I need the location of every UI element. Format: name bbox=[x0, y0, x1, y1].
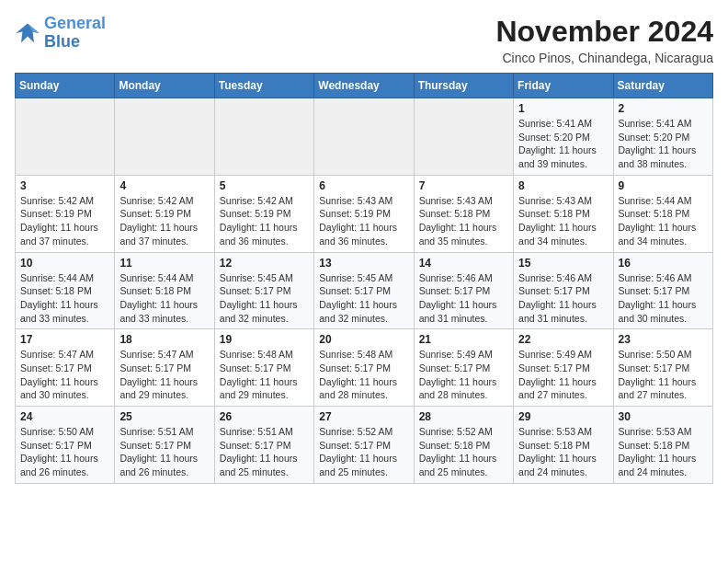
calendar-week-row: 24Sunrise: 5:50 AMSunset: 5:17 PMDayligh… bbox=[16, 407, 713, 484]
day-info: Sunrise: 5:45 AMSunset: 5:17 PMDaylight:… bbox=[220, 271, 309, 326]
calendar-empty-cell bbox=[115, 98, 214, 176]
day-number: 23 bbox=[619, 333, 708, 346]
day-number: 25 bbox=[119, 410, 209, 423]
day-number: 18 bbox=[119, 333, 209, 346]
day-number: 29 bbox=[518, 410, 608, 423]
day-number: 11 bbox=[119, 257, 209, 270]
calendar-week-row: 17Sunrise: 5:47 AMSunset: 5:17 PMDayligh… bbox=[16, 329, 713, 407]
day-info: Sunrise: 5:49 AMSunset: 5:17 PMDaylight:… bbox=[419, 348, 508, 402]
day-number: 10 bbox=[20, 257, 109, 270]
calendar-empty-cell bbox=[414, 98, 513, 176]
calendar-day-cell: 17Sunrise: 5:47 AMSunset: 5:17 PMDayligh… bbox=[16, 329, 115, 407]
calendar-week-row: 1Sunrise: 5:41 AMSunset: 5:20 PMDaylight… bbox=[16, 98, 713, 176]
location-text: Cinco Pinos, Chinandega, Nicaragua bbox=[495, 51, 713, 65]
calendar-day-cell: 11Sunrise: 5:44 AMSunset: 5:18 PMDayligh… bbox=[115, 252, 214, 329]
calendar-day-cell: 16Sunrise: 5:46 AMSunset: 5:17 PMDayligh… bbox=[613, 252, 712, 329]
calendar-day-cell: 29Sunrise: 5:53 AMSunset: 5:18 PMDayligh… bbox=[514, 407, 613, 484]
day-info: Sunrise: 5:41 AMSunset: 5:20 PMDaylight:… bbox=[518, 117, 608, 171]
day-number: 19 bbox=[220, 333, 309, 346]
weekday-header-thursday: Thursday bbox=[414, 74, 513, 98]
title-block: November 2024 Cinco Pinos, Chinandega, N… bbox=[495, 15, 713, 65]
logo-text: General Blue bbox=[44, 15, 106, 52]
day-info: Sunrise: 5:47 AMSunset: 5:17 PMDaylight:… bbox=[20, 348, 109, 402]
weekday-header-sunday: Sunday bbox=[16, 74, 115, 98]
calendar-empty-cell bbox=[214, 98, 313, 176]
day-number: 2 bbox=[619, 102, 708, 115]
calendar-body: 1Sunrise: 5:41 AMSunset: 5:20 PMDaylight… bbox=[16, 98, 713, 484]
weekday-header-tuesday: Tuesday bbox=[214, 74, 313, 98]
calendar-day-cell: 3Sunrise: 5:42 AMSunset: 5:19 PMDaylight… bbox=[16, 175, 115, 252]
weekday-header-row: SundayMondayTuesdayWednesdayThursdayFrid… bbox=[16, 74, 713, 98]
day-info: Sunrise: 5:53 AMSunset: 5:18 PMDaylight:… bbox=[619, 425, 708, 479]
day-info: Sunrise: 5:52 AMSunset: 5:18 PMDaylight:… bbox=[419, 425, 508, 479]
weekday-header-monday: Monday bbox=[115, 74, 214, 98]
page-header: General Blue November 2024 Cinco Pinos, … bbox=[15, 15, 713, 65]
calendar-day-cell: 15Sunrise: 5:46 AMSunset: 5:17 PMDayligh… bbox=[514, 252, 613, 329]
day-info: Sunrise: 5:45 AMSunset: 5:17 PMDaylight:… bbox=[319, 271, 408, 326]
day-number: 20 bbox=[319, 333, 408, 346]
day-number: 1 bbox=[518, 102, 608, 115]
calendar-day-cell: 22Sunrise: 5:49 AMSunset: 5:17 PMDayligh… bbox=[514, 329, 613, 407]
day-number: 6 bbox=[319, 179, 408, 192]
day-info: Sunrise: 5:50 AMSunset: 5:17 PMDaylight:… bbox=[619, 348, 708, 402]
day-number: 4 bbox=[119, 179, 209, 192]
day-number: 22 bbox=[518, 333, 608, 346]
day-number: 5 bbox=[220, 179, 309, 192]
day-number: 27 bbox=[319, 410, 408, 423]
day-number: 9 bbox=[619, 179, 708, 192]
day-number: 28 bbox=[419, 410, 508, 423]
calendar-day-cell: 12Sunrise: 5:45 AMSunset: 5:17 PMDayligh… bbox=[214, 252, 313, 329]
calendar-day-cell: 28Sunrise: 5:52 AMSunset: 5:18 PMDayligh… bbox=[414, 407, 513, 484]
day-info: Sunrise: 5:46 AMSunset: 5:17 PMDaylight:… bbox=[518, 271, 608, 326]
calendar-day-cell: 10Sunrise: 5:44 AMSunset: 5:18 PMDayligh… bbox=[16, 252, 115, 329]
day-info: Sunrise: 5:47 AMSunset: 5:17 PMDaylight:… bbox=[119, 348, 209, 402]
day-info: Sunrise: 5:43 AMSunset: 5:18 PMDaylight:… bbox=[419, 194, 508, 248]
weekday-header-saturday: Saturday bbox=[613, 74, 712, 98]
calendar-day-cell: 26Sunrise: 5:51 AMSunset: 5:17 PMDayligh… bbox=[214, 407, 313, 484]
day-number: 8 bbox=[518, 179, 608, 192]
calendar-empty-cell bbox=[314, 98, 414, 176]
day-number: 16 bbox=[619, 257, 708, 270]
day-number: 7 bbox=[419, 179, 508, 192]
day-info: Sunrise: 5:53 AMSunset: 5:18 PMDaylight:… bbox=[518, 425, 608, 479]
day-number: 30 bbox=[619, 410, 708, 423]
day-info: Sunrise: 5:52 AMSunset: 5:17 PMDaylight:… bbox=[319, 425, 408, 479]
day-info: Sunrise: 5:41 AMSunset: 5:20 PMDaylight:… bbox=[619, 117, 708, 171]
calendar-day-cell: 19Sunrise: 5:48 AMSunset: 5:17 PMDayligh… bbox=[214, 329, 313, 407]
day-number: 12 bbox=[220, 257, 309, 270]
calendar-header: SundayMondayTuesdayWednesdayThursdayFrid… bbox=[16, 74, 713, 98]
calendar-day-cell: 5Sunrise: 5:42 AMSunset: 5:19 PMDaylight… bbox=[214, 175, 313, 252]
calendar-week-row: 3Sunrise: 5:42 AMSunset: 5:19 PMDaylight… bbox=[16, 175, 713, 252]
weekday-header-friday: Friday bbox=[514, 74, 613, 98]
calendar-day-cell: 6Sunrise: 5:43 AMSunset: 5:19 PMDaylight… bbox=[314, 175, 414, 252]
day-number: 14 bbox=[419, 257, 508, 270]
day-info: Sunrise: 5:50 AMSunset: 5:17 PMDaylight:… bbox=[20, 425, 109, 479]
day-number: 13 bbox=[319, 257, 408, 270]
day-info: Sunrise: 5:42 AMSunset: 5:19 PMDaylight:… bbox=[20, 194, 109, 248]
day-info: Sunrise: 5:44 AMSunset: 5:18 PMDaylight:… bbox=[619, 194, 708, 248]
day-info: Sunrise: 5:51 AMSunset: 5:17 PMDaylight:… bbox=[220, 425, 309, 479]
day-info: Sunrise: 5:44 AMSunset: 5:18 PMDaylight:… bbox=[119, 271, 209, 326]
calendar-week-row: 10Sunrise: 5:44 AMSunset: 5:18 PMDayligh… bbox=[16, 252, 713, 329]
calendar-day-cell: 27Sunrise: 5:52 AMSunset: 5:17 PMDayligh… bbox=[314, 407, 414, 484]
month-title: November 2024 bbox=[495, 15, 713, 49]
day-info: Sunrise: 5:44 AMSunset: 5:18 PMDaylight:… bbox=[20, 271, 109, 326]
calendar-day-cell: 8Sunrise: 5:43 AMSunset: 5:18 PMDaylight… bbox=[514, 175, 613, 252]
calendar-day-cell: 14Sunrise: 5:46 AMSunset: 5:17 PMDayligh… bbox=[414, 252, 513, 329]
day-number: 21 bbox=[419, 333, 508, 346]
calendar-table: SundayMondayTuesdayWednesdayThursdayFrid… bbox=[15, 73, 713, 484]
calendar-day-cell: 21Sunrise: 5:49 AMSunset: 5:17 PMDayligh… bbox=[414, 329, 513, 407]
calendar-day-cell: 25Sunrise: 5:51 AMSunset: 5:17 PMDayligh… bbox=[115, 407, 214, 484]
day-number: 3 bbox=[20, 179, 109, 192]
calendar-day-cell: 13Sunrise: 5:45 AMSunset: 5:17 PMDayligh… bbox=[314, 252, 414, 329]
day-info: Sunrise: 5:51 AMSunset: 5:17 PMDaylight:… bbox=[119, 425, 209, 479]
day-info: Sunrise: 5:48 AMSunset: 5:17 PMDaylight:… bbox=[319, 348, 408, 402]
svg-marker-0 bbox=[16, 23, 39, 42]
calendar-day-cell: 1Sunrise: 5:41 AMSunset: 5:20 PMDaylight… bbox=[514, 98, 613, 176]
day-number: 15 bbox=[518, 257, 608, 270]
day-info: Sunrise: 5:42 AMSunset: 5:19 PMDaylight:… bbox=[119, 194, 209, 248]
day-info: Sunrise: 5:42 AMSunset: 5:19 PMDaylight:… bbox=[220, 194, 309, 248]
calendar-empty-cell bbox=[16, 98, 115, 176]
logo: General Blue bbox=[15, 15, 106, 52]
day-info: Sunrise: 5:46 AMSunset: 5:17 PMDaylight:… bbox=[619, 271, 708, 326]
